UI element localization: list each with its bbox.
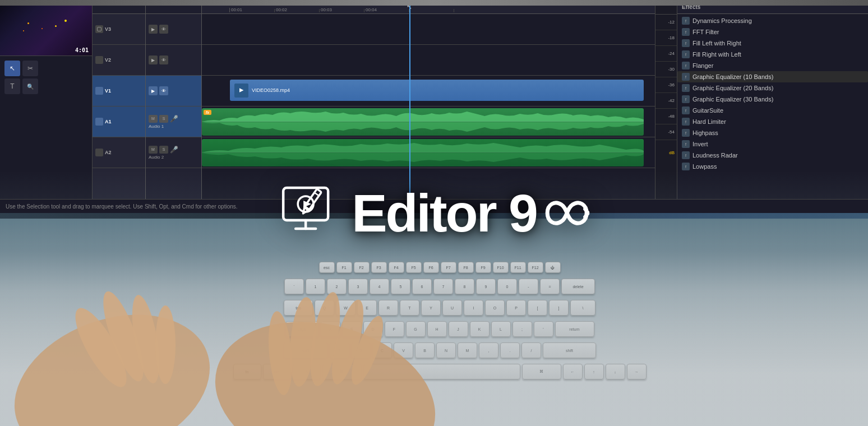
effect-item-fill-right[interactable]: f Fill Right with Left — [677, 49, 868, 60]
btn-v1-sync[interactable]: ▶ — [149, 86, 158, 95]
effect-icon-graphic-eq-30: f — [682, 95, 690, 103]
effect-item-guitarsuite[interactable]: f GuitarSuite — [677, 105, 868, 116]
btn-a2-mute[interactable]: M — [149, 146, 158, 154]
lock-icon-a2 — [95, 149, 103, 156]
effect-item-graphic-eq-30[interactable]: f Graphic Equalizer (30 Bands) — [677, 94, 868, 105]
effect-label-lowpass: Lowpass — [692, 163, 717, 170]
logo-svg — [279, 182, 340, 244]
effect-item-fill-left[interactable]: f Fill Left with Right — [677, 38, 868, 49]
tool-row-1: ↖ ✂ — [4, 61, 87, 76]
key-f11: F11 — [510, 262, 526, 273]
tool-ripple[interactable]: ✂ — [22, 61, 38, 76]
key-i: I — [464, 300, 483, 316]
lock-icon-v1 — [95, 87, 103, 95]
btn-v3-eye[interactable]: 👁 — [159, 25, 168, 34]
ruler-mark-18: -18 — [655, 30, 677, 45]
tool-selection[interactable]: ↖ — [4, 61, 20, 76]
track-row-v1: VIDEO0258.mp4 — [202, 76, 655, 106]
track-row-a1: fx — [202, 106, 655, 137]
ruler-mark-24: -24 — [655, 45, 677, 61]
effect-item-invert[interactable]: f Invert — [677, 138, 868, 150]
track-ctrl-v2-btns: ▶ 👁 — [149, 55, 198, 64]
key-p: P — [506, 300, 526, 316]
effect-icon-fft: f — [682, 28, 690, 36]
btn-a1-mute[interactable]: M — [149, 115, 158, 123]
video-clip-name: VIDEO0258.mp4 — [252, 87, 290, 93]
key-f10: F10 — [493, 262, 509, 273]
logo-text-main: Editor 9 — [352, 187, 537, 240]
ruler-mark-1: 00:01 — [230, 9, 275, 12]
effect-item-highpass[interactable]: f Highpass — [677, 127, 868, 138]
btn-v2-sync[interactable]: ▶ — [149, 55, 158, 64]
ruler-mark-30: -30 — [655, 61, 677, 77]
key-f9: F9 — [475, 262, 491, 273]
effect-icon-loudness-radar: f — [682, 151, 690, 159]
audio-clip-a2[interactable] — [202, 139, 644, 166]
key-0: 0 — [497, 279, 517, 294]
key-f8: F8 — [458, 262, 474, 273]
track-ctrl-a1-btns: M S 🎤 — [149, 115, 198, 123]
effect-label-guitarsuite: GuitarSuite — [692, 107, 723, 114]
key-f12: F12 — [528, 262, 543, 273]
effect-label-fill-right: Fill Right with Left — [692, 51, 741, 58]
effect-icon-lowpass: f — [682, 163, 690, 170]
effects-panel: Effects f Dynamics Processing f FFT Filt… — [677, 0, 868, 213]
effect-item-dynamics[interactable]: f Dynamics Processing — [677, 15, 868, 26]
tool-text[interactable]: T — [4, 78, 20, 94]
effect-label-hard-limiter: Hard Limiter — [692, 118, 726, 125]
effect-label-loudness-radar: Loudness Radar — [692, 152, 738, 159]
laptop-bezel-top — [0, 0, 868, 6]
preview-window: 4:01 — [0, 0, 92, 56]
btn-a1-solo[interactable]: S — [159, 115, 168, 123]
key-o: O — [485, 300, 505, 316]
track-label-a1: A1 — [105, 119, 112, 124]
effect-item-hard-limiter[interactable]: f Hard Limiter — [677, 116, 868, 127]
key-bracket-r: ] — [549, 300, 569, 316]
btn-v2-eye[interactable]: 👁 — [159, 55, 168, 64]
effect-item-graphic-eq-10[interactable]: f Graphic Equalizer (10 Bands) — [677, 71, 868, 82]
track-row-v3 — [202, 14, 655, 45]
track-ctrl-v1: ▶ 👁 — [146, 76, 201, 106]
effect-label-graphic-eq-10: Graphic Equalizer (10 Bands) — [692, 73, 773, 80]
effect-item-graphic-eq-20[interactable]: f Graphic Equalizer (20 Bands) — [677, 82, 868, 94]
effect-item-fft[interactable]: f FFT Filter — [677, 26, 868, 38]
track-header-a1: A1 — [93, 106, 145, 137]
effect-label-highpass: Highpass — [692, 129, 718, 136]
effect-item-loudness-radar[interactable]: f Loudness Radar — [677, 150, 868, 161]
key-equals: = — [540, 279, 560, 294]
tool-zoom[interactable]: 🔍 — [22, 78, 38, 94]
ruler-mark-48: -48 — [655, 108, 677, 124]
effect-item-lowpass[interactable]: f Lowpass — [677, 161, 868, 172]
btn-a1-mic[interactable]: 🎤 — [170, 115, 178, 123]
effect-icon-fill-left: f — [682, 39, 690, 47]
effect-icon-invert: f — [682, 140, 690, 148]
logo-text-container: Editor 9 — [352, 187, 589, 240]
key-quote: ' — [534, 321, 553, 337]
track-ctrl-a1: M S 🎤 Audio 1 — [146, 106, 201, 137]
svg-line-20 — [315, 193, 319, 196]
track-label-v3: V3 — [105, 26, 111, 32]
audio-clip-a1[interactable]: fx — [202, 108, 644, 136]
waveform-svg-a1 — [202, 108, 644, 136]
track-name-a1: Audio 1 — [149, 124, 198, 129]
key-power: ⏻ — [545, 262, 561, 273]
key-m: M — [458, 342, 477, 358]
track-row-v2 — [202, 45, 655, 76]
key-8: 8 — [455, 279, 474, 294]
video-clip[interactable]: VIDEO0258.mp4 — [230, 80, 644, 101]
track-label-v1: V1 — [105, 88, 111, 94]
key-backslash: \ — [570, 300, 595, 316]
effect-icon-hard-limiter: f — [682, 118, 690, 126]
effects-list: f Dynamics Processing f FFT Filter f Fil… — [677, 14, 868, 173]
btn-a2-mic[interactable]: 🎤 — [170, 146, 178, 154]
effect-label-dynamics: Dynamics Processing — [692, 17, 752, 24]
btn-v3-sync[interactable]: ▶ — [149, 25, 158, 34]
key-9: 9 — [476, 279, 496, 294]
key-delete: delete — [561, 279, 595, 294]
effect-icon-graphic-eq-10: f — [682, 73, 690, 81]
tool-row-2: T 🔍 — [4, 78, 87, 94]
logo-infinity-icon — [539, 188, 589, 238]
btn-a2-solo[interactable]: S — [159, 146, 168, 154]
btn-v1-eye[interactable]: 👁 — [159, 86, 168, 95]
effect-item-flanger[interactable]: f Flanger — [677, 60, 868, 71]
